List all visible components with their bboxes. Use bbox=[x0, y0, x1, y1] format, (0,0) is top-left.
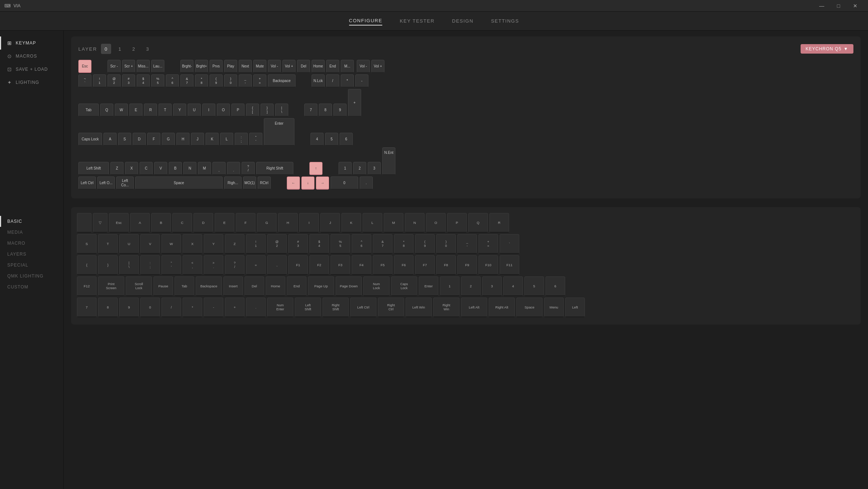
bottom-nav-media[interactable]: MEDIA bbox=[0, 227, 63, 238]
key-tilde[interactable]: ~` bbox=[78, 74, 91, 88]
key-left-os[interactable]: Left O... bbox=[97, 176, 115, 190]
tkey-space[interactable]: Space bbox=[516, 298, 543, 317]
key-mute[interactable]: Mute bbox=[253, 60, 266, 73]
key-m[interactable]: M... bbox=[341, 60, 354, 73]
key-num-minus[interactable]: - bbox=[355, 74, 368, 88]
tkey-g[interactable]: G bbox=[257, 213, 277, 233]
tkey-left-shift[interactable]: LeftShift bbox=[295, 298, 321, 317]
tkey-right-ctrl[interactable]: RightCtrl bbox=[378, 298, 404, 317]
key-rbracket[interactable]: }] bbox=[261, 104, 274, 117]
tkey-f9[interactable]: F9 bbox=[457, 255, 477, 275]
tkey-num-5b[interactable]: 5 bbox=[524, 276, 544, 296]
key-m-letter[interactable]: M bbox=[198, 162, 211, 175]
tkey-num-lock[interactable]: NumLock bbox=[363, 276, 390, 296]
key-miss[interactable]: Miss... bbox=[137, 60, 150, 73]
tkey-num-3b[interactable]: 3 bbox=[482, 276, 502, 296]
bottom-nav-qmk-lighting[interactable]: QMK LIGHTING bbox=[0, 271, 63, 282]
layer-btn-1[interactable]: 1 bbox=[115, 44, 125, 54]
tkey-f7[interactable]: F7 bbox=[415, 255, 435, 275]
key-end[interactable]: End bbox=[326, 60, 339, 73]
key-backspace[interactable]: Backspace bbox=[268, 74, 296, 88]
key-a[interactable]: A bbox=[103, 133, 117, 146]
key-esc[interactable]: Esc bbox=[78, 60, 91, 73]
tkey-page-up[interactable]: Page Up bbox=[308, 276, 334, 296]
tkey-o[interactable]: O bbox=[426, 213, 446, 233]
tkey-f[interactable]: F bbox=[236, 213, 255, 233]
tkey-num-7b[interactable]: 7 bbox=[77, 298, 97, 317]
tab-configure[interactable]: CONFIGURE bbox=[349, 16, 383, 26]
key-u[interactable]: U bbox=[188, 104, 201, 117]
tkey-lt-comma[interactable]: <, bbox=[183, 255, 202, 275]
tkey-amp-7[interactable]: &7 bbox=[373, 234, 392, 254]
key-h[interactable]: H bbox=[176, 133, 189, 146]
key-num-5[interactable]: 5 bbox=[325, 133, 338, 146]
tkey-num-minus2[interactable]: - bbox=[204, 298, 223, 317]
tkey-w[interactable]: W bbox=[161, 234, 181, 254]
key-4[interactable]: $4 bbox=[137, 74, 150, 88]
tkey-excl-1[interactable]: !1 bbox=[246, 234, 266, 254]
tkey-quote-dquote[interactable]: "' bbox=[161, 255, 181, 275]
key-slash[interactable]: ?/ bbox=[242, 162, 255, 175]
key-left-alt[interactable]: Left Co... bbox=[116, 176, 134, 190]
key-comma[interactable]: , bbox=[212, 162, 226, 175]
layer-btn-3[interactable]: 3 bbox=[142, 44, 153, 54]
key-num-6[interactable]: 6 bbox=[340, 133, 353, 146]
key-num-slash[interactable]: / bbox=[326, 74, 339, 88]
key-r[interactable]: R bbox=[144, 104, 157, 117]
tkey-menu[interactable]: Menu bbox=[544, 298, 564, 317]
tkey-f6[interactable]: F6 bbox=[394, 255, 414, 275]
key-mo1[interactable]: MO(1) bbox=[243, 176, 256, 190]
tkey-j[interactable]: J bbox=[320, 213, 340, 233]
tkey-gt-period[interactable]: >. bbox=[204, 255, 223, 275]
key-num-enter[interactable]: N.Ent bbox=[382, 147, 395, 175]
bottom-nav-basic[interactable]: BASIC bbox=[0, 216, 63, 227]
tkey-f8[interactable]: F8 bbox=[436, 255, 456, 275]
tkey-comma2[interactable]: , bbox=[267, 255, 287, 275]
tkey-num-star2[interactable]: * bbox=[183, 298, 202, 317]
tkey-right-alt[interactable]: Right Alt bbox=[489, 298, 515, 317]
tkey-num-6b[interactable]: 6 bbox=[546, 276, 565, 296]
tkey-right-win[interactable]: RightWin bbox=[433, 298, 460, 317]
key-num-plus[interactable]: + bbox=[348, 89, 361, 117]
tkey-e[interactable]: E bbox=[215, 213, 234, 233]
tkey-scroll-lock[interactable]: ScrollLock bbox=[126, 276, 152, 296]
key-7[interactable]: &7 bbox=[180, 74, 193, 88]
key-2[interactable]: @2 bbox=[107, 74, 121, 88]
key-b[interactable]: B bbox=[169, 162, 182, 175]
key-k[interactable]: K bbox=[206, 133, 219, 146]
key-num-0[interactable]: 0 bbox=[331, 176, 358, 190]
sidebar-item-lighting[interactable]: ✦ LIGHTING bbox=[0, 76, 63, 89]
tkey-tri[interactable]: ▽ bbox=[93, 213, 107, 233]
tkey-u[interactable]: U bbox=[119, 234, 139, 254]
key-g[interactable]: G bbox=[162, 133, 175, 146]
tkey-left-ctrl[interactable]: Left Ctrl bbox=[350, 298, 376, 317]
close-button[interactable]: ✕ bbox=[847, 0, 864, 12]
key-nlck[interactable]: N.Lck bbox=[312, 74, 325, 88]
key-9[interactable]: (9 bbox=[210, 74, 223, 88]
tkey-num-enter[interactable]: NumEnter bbox=[267, 298, 293, 317]
tkey-lbrace[interactable]: { bbox=[77, 255, 97, 275]
key-brght-plus[interactable]: Brght+ bbox=[195, 60, 208, 73]
key-left-arr[interactable]: ← bbox=[287, 176, 300, 190]
key-vol-plus2[interactable]: Vol + bbox=[371, 60, 384, 73]
key-v[interactable]: V bbox=[154, 162, 167, 175]
maximize-button[interactable]: □ bbox=[830, 0, 847, 12]
tkey-tab[interactable]: Tab bbox=[175, 276, 194, 296]
key-d[interactable]: D bbox=[133, 133, 146, 146]
key-vol-minus2[interactable]: Vol - bbox=[357, 60, 370, 73]
tkey-r[interactable]: R bbox=[489, 213, 509, 233]
key-vol-minus[interactable]: Vol - bbox=[268, 60, 281, 73]
key-play[interactable]: Play bbox=[224, 60, 237, 73]
key-num-9[interactable]: 9 bbox=[333, 104, 347, 117]
tkey-f12[interactable]: F12 bbox=[77, 276, 97, 296]
key-lau[interactable]: Lau... bbox=[151, 60, 164, 73]
key-6[interactable]: ^6 bbox=[166, 74, 179, 88]
key-num-dot[interactable]: . bbox=[360, 176, 373, 190]
bottom-nav-custom[interactable]: CUSTOM bbox=[0, 282, 63, 292]
tkey-rparen-0[interactable]: )0 bbox=[436, 234, 456, 254]
tkey-f2[interactable]: F2 bbox=[309, 255, 329, 275]
tkey-num-0b[interactable]: 0 bbox=[140, 298, 160, 317]
key-caps-lock[interactable]: Caps Lock bbox=[78, 133, 102, 146]
key-right-shift[interactable]: Right Shift bbox=[256, 162, 293, 175]
tab-settings[interactable]: SETTINGS bbox=[491, 17, 519, 25]
